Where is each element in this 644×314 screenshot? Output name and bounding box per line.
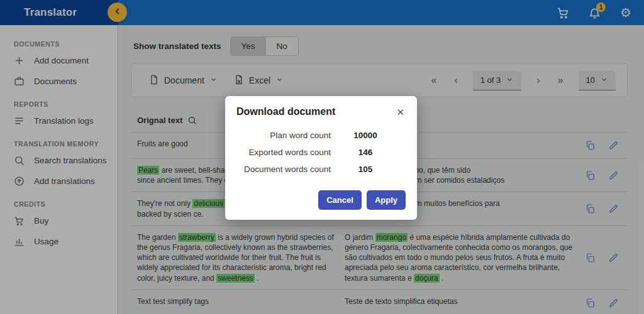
word-count-label: Document words count bbox=[236, 165, 331, 174]
word-count-label: Plan word count bbox=[236, 131, 331, 140]
word-count-label: Exported words count bbox=[236, 148, 331, 157]
close-icon[interactable]: ✕ bbox=[395, 106, 406, 118]
modal-actions: Cancel Apply bbox=[236, 190, 406, 210]
apply-button[interactable]: Apply bbox=[367, 190, 406, 210]
word-count-value: 146 bbox=[331, 148, 400, 157]
word-count-rows: Plan word count 10000 Exported words cou… bbox=[236, 127, 406, 178]
modal-header: Download document ✕ bbox=[236, 106, 406, 118]
word-count-row: Exported words count 146 bbox=[236, 144, 406, 161]
cancel-button[interactable]: Cancel bbox=[318, 190, 362, 210]
word-count-row: Plan word count 10000 bbox=[236, 127, 406, 144]
word-count-value: 105 bbox=[331, 165, 400, 174]
word-count-value: 10000 bbox=[331, 131, 400, 140]
download-document-modal: Download document ✕ Plan word count 1000… bbox=[225, 96, 417, 220]
word-count-row: Document words count 105 bbox=[236, 161, 406, 178]
modal-title: Download document bbox=[236, 106, 335, 117]
